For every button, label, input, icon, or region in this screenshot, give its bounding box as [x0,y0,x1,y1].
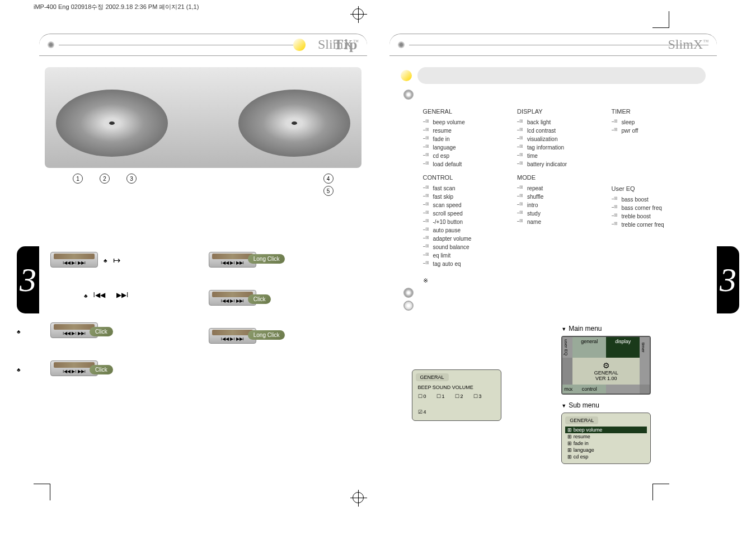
callout-5: 5 [323,186,334,196]
club-icon [17,364,21,374]
menu-item: language [433,143,495,152]
menu-item: bass boost [622,195,684,204]
nav-icons: I◀◀▶▶I [93,291,129,299]
page-header-right: SlimX™ [389,34,717,56]
product-photo [45,67,361,168]
remote-control: I◀◀ ▶I ▶▶I [50,252,98,268]
menu-item: -/+10 button [433,218,495,226]
menu-item: scan speed [433,201,495,209]
menu-item: treble boost [622,212,684,221]
menu-item: fast scan [433,184,495,193]
menu-item: name [527,218,589,226]
lightbulb-icon [293,39,306,51]
menu-item: resume [433,127,495,135]
preview-title-main: Main menu [561,325,694,332]
menu-item: tag information [527,143,589,152]
long-click-bubble: Long Click [248,330,285,340]
lcd-tab: GENERAL [416,373,449,381]
beep-option: 2 [455,394,463,399]
click-bubble: Click [90,365,113,374]
submenu-item: ⊞ resume [565,433,647,440]
submenu-item: ⊞ language [565,447,647,453]
menu-item: study [527,209,589,218]
callout-numbers: 1 2 3 4 5 [73,174,334,196]
footnote-icon: ※ [423,277,684,284]
beep-option: 3 [473,394,482,399]
menu-item: shuffle [527,193,589,201]
menu-item: visualization [527,135,589,143]
right-page: 3 SlimX™ 1 GENERAL beep volumeresumefade… [389,34,717,478]
menu-tree: 1 GENERAL beep volumeresumefade inlangua… [389,102,717,274]
section-marker-icon [403,301,414,311]
mm-tab-control: control [572,385,606,394]
club-icon [84,290,88,300]
mm-tab-mode: mode [562,385,572,394]
lcd-tab: GENERAL [565,416,598,424]
heading-bar [417,67,706,84]
menu-item: time [527,152,589,160]
brand-logo: SlimX™ [318,37,359,52]
registration-mark [353,8,364,20]
lcd-preview-submenu: GENERAL ⊞ beep volume⊞ resume⊞ fade in⊞ … [561,413,651,464]
callout-2: 2 [100,174,110,184]
section-marker-icon [403,90,414,100]
left-page: 3 Tip SlimX™ 1 2 3 4 5 [39,34,367,478]
page-header-left: Tip SlimX™ [39,34,367,56]
menu-item: beep volume [433,118,495,127]
crop-mark [652,11,669,28]
section-title-display: DISPLAY [517,108,589,115]
club-icon [17,326,21,336]
callout-3: 3 [126,174,137,184]
mm-tab-display: display [606,337,640,358]
menu-item: adapter volume [433,235,495,243]
menu-item: treble corner freq [622,221,684,229]
side-tab-number: 3 [17,246,39,313]
section-marker-icon [403,288,414,298]
club-icon [104,255,107,265]
submenu-item: ⊞ fade in [565,440,647,447]
beep-option: 0 [418,394,426,399]
menu-item: pwr off [622,127,684,135]
side-tab-number: 3 [717,246,739,313]
menu-item: auto pause [433,226,495,235]
document-meta: iMP-400 Eng 020918수정 2002.9.18 2:36 PM 페… [34,3,199,11]
side-tab-right: 3 [717,246,739,313]
menu-item: load default [433,160,495,168]
mm-center: ⚙ GENERAL VER 1.00 [572,358,640,385]
menu-item: bass corner freq [622,204,684,212]
lcd-preview-general: GENERAL BEEP SOUND VOLUME 01234 [412,369,501,421]
menu-item: fade in [433,135,495,143]
registration-mark [353,492,364,503]
cd-player-right [238,90,350,157]
menu-item: sound balance [433,243,495,251]
brand-logo: SlimX™ [668,37,709,52]
click-bubble: Click [90,327,113,336]
beep-option: 1 [436,394,445,399]
section-title-usereq: User EQ [612,185,684,192]
side-tab-left: 3 [17,246,39,313]
submenu-item: ⊞ cd esp [565,453,647,460]
mm-side-left: user EQ [562,337,572,358]
mm-side-right: timer [640,337,650,358]
menu-item: cd esp [433,152,495,160]
long-click-bubble: Long Click [248,254,285,264]
cd-player-left [56,90,168,157]
lcd-preview-mainmenu: user EQ general display timer ⚙ GENERAL … [561,336,651,395]
preview-title-sub: Sub menu [561,401,694,409]
callout-4: 4 [323,174,334,184]
mm-tab-general: general [572,337,606,358]
section-title-timer: TIMER [612,108,684,115]
submenu-item: ⊞ beep volume [565,427,647,433]
crop-mark [652,484,669,500]
callout-1: 1 [73,174,83,184]
menu-item: sleep [622,118,684,127]
menu-item: battery indicator [527,160,589,168]
arrow-icon: ↦ [113,255,120,265]
lightbulb-icon [401,70,412,81]
crop-mark [34,484,50,500]
section-title-mode: MODE [517,174,589,181]
menu-item: tag auto eq [433,260,495,268]
menu-item: back light [527,118,589,127]
menu-item: fast skip [433,193,495,201]
lcd-subtitle: BEEP SOUND VOLUME [416,383,497,391]
